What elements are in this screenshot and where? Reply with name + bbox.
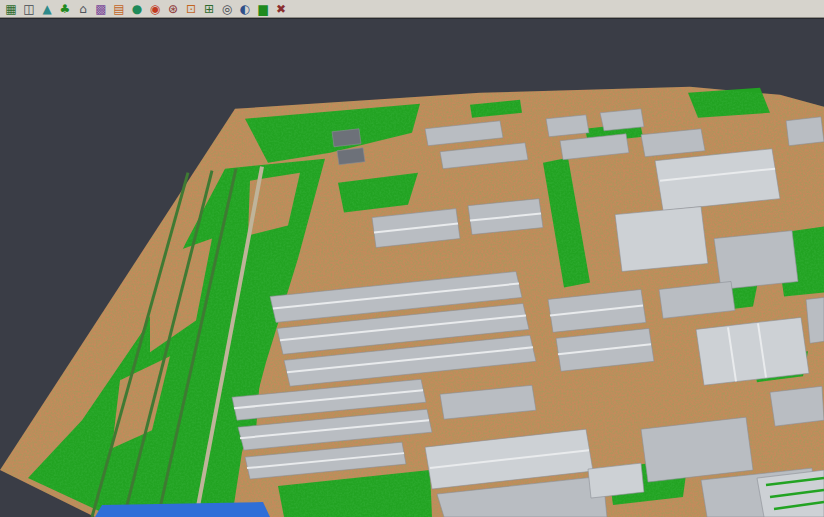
building-roof bbox=[600, 109, 644, 131]
camera-icon: ◎ bbox=[222, 3, 232, 15]
toolbar-record-button[interactable]: ◉ bbox=[147, 1, 163, 17]
record-icon: ◉ bbox=[150, 3, 160, 15]
toolbar-chart-button[interactable]: ▆ bbox=[255, 1, 271, 17]
building-roof bbox=[786, 117, 824, 146]
building-roof bbox=[714, 231, 798, 290]
building-roof bbox=[615, 207, 708, 272]
toolbar-settings-button[interactable]: ⊛ bbox=[165, 1, 181, 17]
toolbar-world-button[interactable]: ◐ bbox=[237, 1, 253, 17]
app-window: ▦◫▲♣⌂▩▤●◉⊛⊡⊞◎◐▆✖ bbox=[0, 0, 824, 517]
crop-icon: ⊡ bbox=[186, 3, 196, 15]
toolbar-vegetation-button[interactable]: ♣ bbox=[57, 1, 73, 17]
building-roof bbox=[337, 148, 365, 165]
toolbar-terrain-button[interactable]: ▲ bbox=[39, 1, 55, 17]
building-roof bbox=[332, 129, 361, 147]
terrain-icon: ▲ bbox=[42, 3, 51, 15]
vegetation-icon: ♣ bbox=[60, 3, 71, 15]
toolbar-buildings-button[interactable]: ⌂ bbox=[75, 1, 91, 17]
toolbar-layers-button[interactable]: ▦ bbox=[3, 1, 19, 17]
buildings-icon: ⌂ bbox=[79, 3, 87, 15]
building-roof bbox=[546, 115, 589, 137]
toolbar-globe-button[interactable]: ● bbox=[129, 1, 145, 17]
building-roof bbox=[696, 317, 809, 385]
save-icon: ◫ bbox=[23, 3, 34, 15]
chart-icon: ▆ bbox=[258, 3, 267, 15]
layers-icon: ▦ bbox=[5, 3, 16, 15]
toolbar-camera-button[interactable]: ◎ bbox=[219, 1, 235, 17]
globe-icon: ● bbox=[132, 3, 142, 15]
toolbar-ortho-button[interactable]: ▤ bbox=[111, 1, 127, 17]
toolbar-grid-button[interactable]: ⊞ bbox=[201, 1, 217, 17]
building-roof bbox=[588, 463, 644, 498]
toolbar-classify-button[interactable]: ▩ bbox=[93, 1, 109, 17]
main-toolbar: ▦◫▲♣⌂▩▤●◉⊛⊡⊞◎◐▆✖ bbox=[0, 0, 824, 18]
grid-icon: ⊞ bbox=[204, 3, 214, 15]
toolbar-save-button[interactable]: ◫ bbox=[21, 1, 37, 17]
close-icon: ✖ bbox=[276, 3, 286, 15]
viewport-container bbox=[0, 18, 824, 517]
world-icon: ◐ bbox=[240, 3, 250, 15]
settings-icon: ⊛ bbox=[168, 3, 178, 15]
toolbar-crop-button[interactable]: ⊡ bbox=[183, 1, 199, 17]
building-roof bbox=[770, 386, 824, 426]
toolbar-close-button[interactable]: ✖ bbox=[273, 1, 289, 17]
classify-icon: ▩ bbox=[95, 3, 106, 15]
ortho-icon: ▤ bbox=[113, 3, 124, 15]
viewport-3d[interactable] bbox=[0, 19, 824, 517]
